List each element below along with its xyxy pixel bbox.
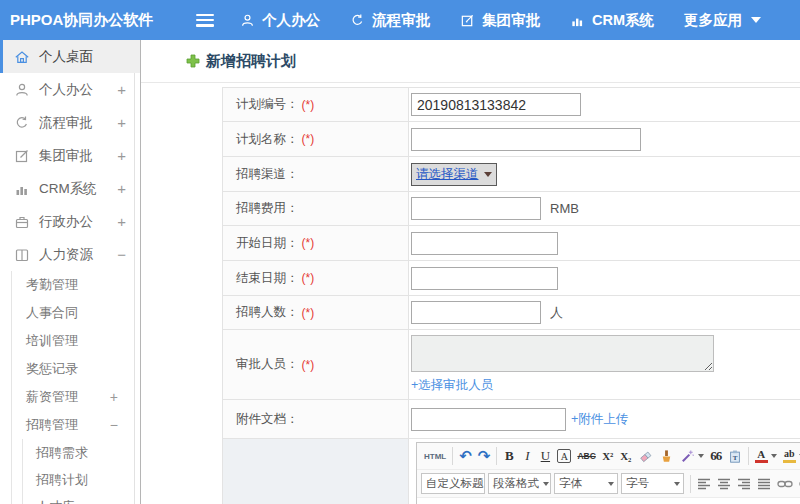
background-color-button[interactable]: ab (780, 446, 800, 467)
superscript-button[interactable]: X² (599, 446, 617, 467)
font-size-dropdown[interactable]: 字号 (621, 473, 684, 494)
chart-icon (14, 180, 31, 197)
collapse-minus-icon[interactable]: − (110, 417, 118, 433)
sidebar-item-admin-office[interactable]: 行政办公 + (0, 205, 140, 238)
sidebar-item-label: CRM系统 (39, 180, 97, 198)
html-source-button[interactable]: HTML (421, 446, 449, 467)
required-mark: (*) (302, 98, 315, 112)
paste-text-button[interactable]: T (725, 446, 745, 467)
sidebar-item-crm[interactable]: CRM系统 + (0, 172, 140, 205)
sidebar-item-talent-pool[interactable]: 人才库 (23, 493, 140, 504)
headcount-input[interactable] (411, 301, 541, 324)
sidebar-item-hr-contract[interactable]: 人事合同 (12, 299, 140, 327)
align-left-button[interactable] (694, 473, 714, 494)
sidebar-item-training[interactable]: 培训管理 (12, 327, 140, 355)
nav-item-personal-office[interactable]: 个人办公 (240, 11, 320, 30)
font-color-button[interactable]: A (752, 446, 780, 467)
align-justify-button[interactable] (754, 473, 774, 494)
strikethrough-button[interactable]: ABC (574, 446, 598, 467)
cost-input[interactable] (411, 197, 541, 220)
blockquote-button[interactable]: 66 (707, 446, 725, 467)
sidebar-item-desktop[interactable]: 个人桌面 (0, 40, 140, 73)
expand-plus-icon[interactable]: + (117, 114, 126, 131)
paragraph-format-dropdown[interactable]: 段落格式 (488, 473, 551, 494)
expand-plus-icon[interactable]: + (117, 213, 126, 230)
approval-icon (14, 147, 31, 164)
background-color-icon: ab (783, 449, 796, 463)
recruit-submenu: 招聘需求 招聘计划 人才库 (22, 439, 140, 504)
nav-item-more-apps[interactable]: 更多应用 (684, 11, 761, 30)
app-window: PHPOA协同办公软件 个人办公 流程审批 集团审批 CRM系统 更多应用 (0, 0, 800, 504)
user-icon (240, 13, 255, 28)
approver-textarea[interactable] (411, 335, 714, 372)
align-center-button[interactable] (714, 473, 734, 494)
collapse-minus-icon[interactable]: − (117, 246, 126, 263)
menu-icon[interactable] (196, 14, 214, 27)
sidebar-item-recruit-demand[interactable]: 招聘需求 (23, 439, 140, 466)
dropdown-label: 字体 (559, 476, 582, 491)
field-label: 招聘渠道： (223, 157, 409, 191)
unlink-button[interactable] (796, 473, 800, 494)
field-cell (409, 226, 800, 260)
sidebar-item-recruit-plan[interactable]: 招聘计划 (23, 466, 140, 493)
sidebar-item-rewards[interactable]: 奖惩记录 (12, 355, 140, 383)
expand-plus-icon[interactable]: + (117, 180, 126, 197)
label-text: 招聘渠道： (236, 166, 299, 183)
sidebar-item-process-approval[interactable]: 流程审批 + (0, 106, 140, 139)
nav-item-crm[interactable]: CRM系统 (570, 11, 654, 30)
sidebar-item-hr[interactable]: 人力资源 − (0, 238, 140, 271)
label-text: 开始日期： (236, 235, 299, 252)
align-right-icon (737, 478, 751, 490)
page-header: 新增招聘计划 (141, 40, 800, 83)
plan-number-input[interactable] (411, 93, 581, 116)
bold-button[interactable]: B (500, 446, 518, 467)
sidebar-item-attendance[interactable]: 考勤管理 (12, 271, 140, 299)
underline-button[interactable]: U (536, 446, 554, 467)
approval-icon (460, 13, 475, 28)
subscript-button[interactable]: X₂ (617, 446, 635, 467)
expand-plus-icon[interactable]: + (117, 81, 126, 98)
home-icon (14, 48, 31, 65)
sidebar-item-salary[interactable]: 薪资管理+ (12, 383, 140, 411)
custom-style-dropdown[interactable]: 自定义标题 (421, 473, 485, 494)
undo-button[interactable]: ↶ (456, 446, 475, 467)
caret-down-icon (751, 17, 761, 23)
italic-button[interactable]: I (518, 446, 536, 467)
briefcase-icon (14, 213, 31, 230)
expand-plus-icon[interactable]: + (117, 147, 126, 164)
sidebar-item-label: 招聘计划 (36, 471, 88, 489)
attachment-input[interactable] (411, 408, 566, 431)
form-row-approver: 审批人员： (*) +选择审批人员 (223, 330, 800, 400)
format-brush-button[interactable] (656, 446, 677, 467)
sidebar-item-label: 个人办公 (39, 81, 93, 99)
attachment-upload-link[interactable]: +附件上传 (571, 411, 628, 428)
editor-content-area[interactable] (417, 498, 800, 504)
font-family-dropdown[interactable]: 字体 (554, 473, 618, 494)
channel-select[interactable]: 请选择渠道 (411, 163, 497, 186)
nav-item-group-approval[interactable]: 集团审批 (460, 11, 540, 30)
sidebar-item-recruit-mgmt[interactable]: 招聘管理− (12, 411, 140, 439)
eraser-icon (638, 449, 653, 464)
nav-item-process-approval[interactable]: 流程审批 (350, 11, 430, 30)
dropdown-label: 字号 (626, 476, 649, 491)
plan-name-input[interactable] (411, 128, 641, 151)
select-approver-link[interactable]: +选择审批人员 (411, 377, 493, 394)
sidebar-item-personal-office[interactable]: 个人办公 + (0, 73, 140, 106)
auto-typeset-button[interactable] (677, 446, 707, 467)
align-right-button[interactable] (734, 473, 754, 494)
sidebar-item-group-approval[interactable]: 集团审批 + (0, 139, 140, 172)
sidebar-item-label: 招聘需求 (36, 444, 88, 462)
end-date-input[interactable] (411, 267, 558, 290)
eraser-button[interactable] (635, 446, 656, 467)
sidebar-item-label: 奖惩记录 (26, 360, 78, 378)
start-date-input[interactable] (411, 232, 558, 255)
insert-link-button[interactable] (774, 473, 796, 494)
process-icon (350, 13, 365, 28)
expand-plus-icon[interactable]: + (110, 389, 118, 405)
field-label: 计划名称： (*) (223, 122, 409, 156)
toolbar-separator (452, 447, 453, 465)
link-icon (777, 478, 793, 490)
form-row-end-date: 结束日期： (*) (223, 261, 800, 296)
font-border-button[interactable]: A (557, 449, 571, 463)
redo-button[interactable]: ↷ (475, 446, 494, 467)
